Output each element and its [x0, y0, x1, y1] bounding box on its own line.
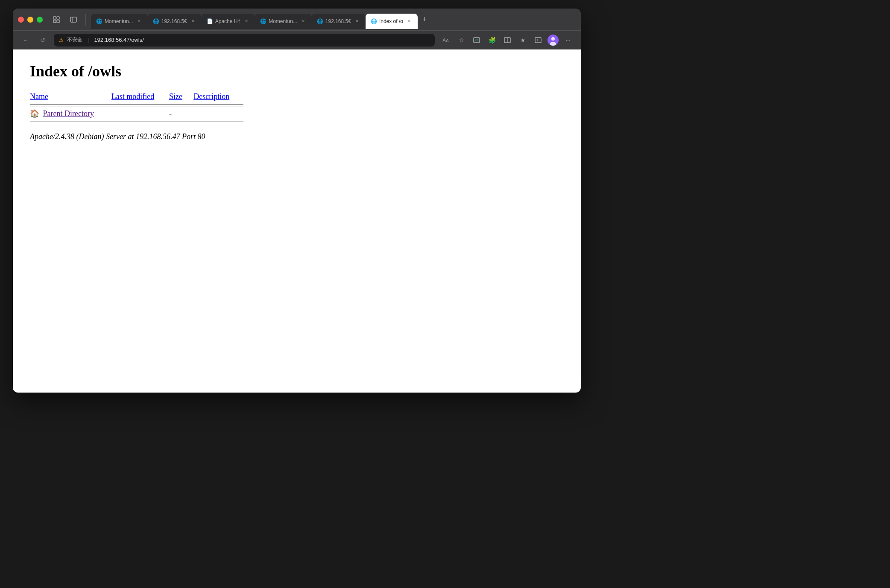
- tab-2-label: 192.168.5€: [161, 18, 187, 24]
- col-header-last-modified: Last modified: [111, 90, 169, 103]
- sidebar-toggle-icon[interactable]: [67, 13, 80, 26]
- tab-3-close[interactable]: ✕: [243, 18, 250, 25]
- col-header-name: Name: [30, 90, 111, 103]
- back-button[interactable]: ←: [20, 34, 32, 46]
- collections-icon[interactable]: ★: [517, 34, 529, 46]
- tab-1[interactable]: 🌐 Momentun... ✕: [91, 14, 148, 29]
- tab-3-label: Apache H†: [215, 18, 240, 24]
- address-input[interactable]: ⚠ 不安全 | 192.168.56.47/owls/: [54, 34, 435, 47]
- table-row: 🏠 Parent Directory -: [30, 107, 243, 120]
- svg-text:+: +: [536, 38, 539, 42]
- address-bar: ← ↺ ⚠ 不安全 | 192.168.56.47/owls/ A A ☆ </…: [13, 31, 581, 49]
- tab-group-icon[interactable]: [50, 13, 63, 26]
- footer-rule-row: [30, 120, 243, 124]
- favorites-icon[interactable]: ☆: [455, 34, 467, 46]
- tab-1-label: Momentun...: [105, 18, 133, 24]
- tab-4[interactable]: 🌐 Momentun... ✕: [255, 14, 312, 29]
- address-separator: |: [88, 37, 89, 43]
- profile-more-icon[interactable]: +: [532, 34, 544, 46]
- tab-4-close[interactable]: ✕: [300, 18, 307, 25]
- address-text: 192.168.56.47/owls/: [94, 37, 143, 43]
- tab-2-favicon: 🌐: [153, 18, 159, 24]
- tab-bar: 🌐 Momentun... ✕ 🌐 192.168.5€ ✕ 📄 Apache …: [91, 9, 576, 30]
- tab-6-label: Index of /o: [379, 18, 403, 24]
- server-info: Apache/2.4.38 (Debian) Server at 192.168…: [30, 132, 564, 141]
- minimize-button[interactable]: [27, 17, 33, 23]
- reload-button[interactable]: ↺: [37, 34, 49, 46]
- security-label: 不安全: [67, 36, 82, 44]
- tab-5-close[interactable]: ✕: [354, 18, 360, 25]
- security-warning-icon: ⚠: [59, 37, 64, 43]
- tab-5-label: 192.168.5€: [325, 18, 351, 24]
- tab-1-close[interactable]: ✕: [136, 18, 143, 25]
- tab-1-favicon: 🌐: [96, 18, 102, 24]
- last-modified-sort-link[interactable]: Last modified: [111, 92, 154, 101]
- tab-3-favicon: 📄: [207, 18, 213, 24]
- more-options-button[interactable]: ···: [562, 34, 574, 46]
- new-tab-button[interactable]: +: [418, 13, 431, 26]
- tab-4-label: Momentun...: [269, 18, 297, 24]
- browser-window: 🌐 Momentun... ✕ 🌐 192.168.5€ ✕ 📄 Apache …: [13, 9, 581, 393]
- svg-rect-1: [57, 17, 59, 19]
- header-rule-row: [30, 103, 243, 107]
- folder-back-icon: 🏠: [30, 109, 39, 118]
- svg-rect-4: [70, 17, 76, 22]
- tab-6-active[interactable]: 🌐 Index of /o ✕: [366, 14, 418, 29]
- tab-4-favicon: 🌐: [260, 18, 266, 24]
- parent-directory-link[interactable]: Parent Directory: [43, 109, 94, 118]
- row-icon-name: 🏠 Parent Directory: [30, 107, 111, 120]
- table-header-row: Name Last modified Size Description: [30, 90, 243, 103]
- col-header-size: Size: [169, 90, 193, 103]
- size-sort-link[interactable]: Size: [169, 92, 182, 101]
- tab-5-favicon: 🌐: [317, 18, 323, 24]
- svg-rect-3: [57, 20, 59, 23]
- page-title: Index of /owls: [30, 62, 564, 80]
- svg-text:A: A: [442, 38, 446, 44]
- name-sort-link[interactable]: Name: [30, 92, 48, 101]
- row-size: -: [169, 107, 193, 120]
- toolbar-icons: A A ☆ </> 🧩 ★: [440, 34, 574, 46]
- devtools-icon[interactable]: </>: [471, 34, 483, 46]
- title-bar: 🌐 Momentun... ✕ 🌐 192.168.5€ ✕ 📄 Apache …: [13, 9, 581, 31]
- svg-point-15: [551, 37, 555, 41]
- read-aloud-icon[interactable]: A A: [440, 34, 452, 46]
- description-sort-link[interactable]: Description: [193, 92, 229, 101]
- tab-2-close[interactable]: ✕: [190, 18, 196, 25]
- header-rule: [30, 105, 243, 105]
- tab-5[interactable]: 🌐 192.168.5€ ✕: [312, 14, 366, 29]
- split-view-icon[interactable]: [501, 34, 513, 46]
- tab-6-favicon: 🌐: [371, 18, 377, 24]
- tab-6-close[interactable]: ✕: [406, 18, 413, 25]
- svg-text:A: A: [446, 38, 449, 43]
- row-last-modified: [111, 107, 169, 120]
- svg-rect-2: [53, 20, 56, 23]
- page-content: Index of /owls Name Last modified Size D…: [13, 49, 581, 393]
- close-button[interactable]: [18, 17, 24, 23]
- tab-3[interactable]: 📄 Apache H† ✕: [202, 14, 255, 29]
- traffic-lights: [18, 17, 43, 23]
- footer-rule: [30, 122, 243, 122]
- svg-rect-0: [53, 17, 56, 19]
- extensions-icon[interactable]: 🧩: [486, 34, 498, 46]
- row-description: [193, 107, 243, 120]
- svg-text:</>: </>: [474, 38, 480, 42]
- col-header-description: Description: [193, 90, 243, 103]
- maximize-button[interactable]: [37, 17, 43, 23]
- profile-avatar[interactable]: [547, 35, 559, 46]
- tab-2[interactable]: 🌐 192.168.5€ ✕: [148, 14, 202, 29]
- directory-table: Name Last modified Size Description: [30, 90, 243, 124]
